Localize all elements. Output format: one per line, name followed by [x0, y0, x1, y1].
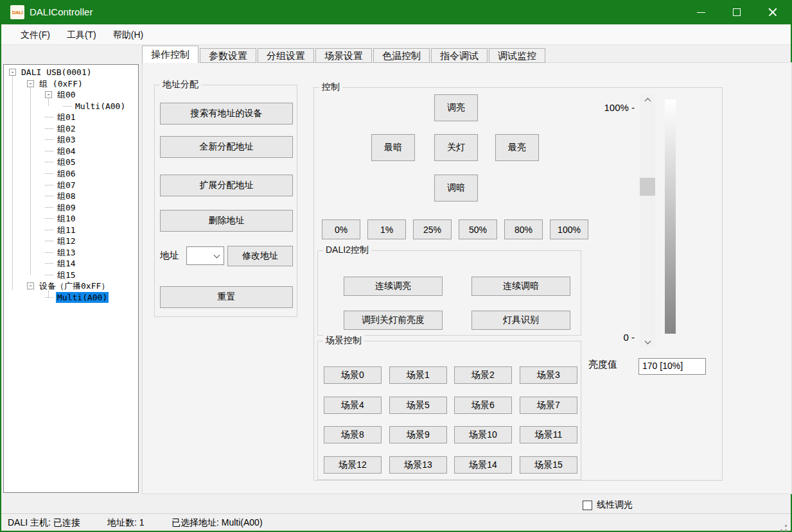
tree-item-group-14[interactable]: 组14 [4, 258, 138, 269]
menu-item-help[interactable]: 帮助(H) [105, 24, 151, 45]
minimize-button[interactable] [683, 0, 719, 24]
close-button[interactable] [755, 0, 791, 24]
scene-button-5[interactable]: 场景5 [389, 397, 447, 414]
scene-button-10[interactable]: 场景10 [454, 426, 512, 443]
tree-connector [63, 106, 71, 107]
scene-button-11[interactable]: 场景11 [520, 426, 577, 443]
delete-address-button[interactable]: 删除地址 [160, 210, 293, 232]
tree-item-group-02[interactable]: 组02 [4, 123, 138, 134]
lamp-off-button[interactable]: 关灯 [434, 134, 478, 161]
extend-assign-addresses-button[interactable]: 扩展分配地址 [160, 175, 293, 196]
tree-item-group-15[interactable]: 组15 [4, 270, 138, 280]
reset-button[interactable]: 重置 [160, 286, 293, 308]
max-brightness-button[interactable]: 最亮 [495, 134, 539, 161]
tree-item-label: 组05 [56, 157, 77, 167]
maximize-button[interactable] [719, 0, 755, 24]
tab-operation-control[interactable]: 操作控制 [142, 46, 198, 63]
scene-button-8[interactable]: 场景8 [324, 426, 382, 443]
linear-dimming-checkbox[interactable] [583, 501, 592, 510]
tab-page-operation-control: 地址分配 搜索有地址的设备 全新分配地址 扩展分配地址 删除地址 地址 修改地址… [142, 62, 792, 494]
tab-command-debug[interactable]: 指令调试 [431, 48, 488, 63]
tree-item-group-11[interactable]: 组11 [4, 225, 138, 236]
percent-button-80[interactable]: 80% [504, 219, 543, 239]
tree-item-group-12[interactable]: 组12 [4, 236, 138, 246]
tab-color-temp-control[interactable]: 色温控制 [373, 48, 430, 63]
scrollbar-thumb[interactable] [640, 178, 655, 196]
menu-item-tools[interactable]: 工具(T) [59, 24, 104, 45]
tree-item-group-06[interactable]: 组06 [4, 168, 138, 179]
collapse-expander-icon[interactable]: - [27, 282, 34, 289]
luminaire-identify-button[interactable]: 灯具识别 [471, 311, 570, 330]
scene-button-12[interactable]: 场景12 [324, 456, 382, 474]
control-group: 控制 调亮 最暗 关灯 最亮 调暗 0%1%25%50%80%100% DALI… [313, 87, 723, 481]
tab-debug-monitor[interactable]: 调试监控 [489, 48, 545, 63]
tree-connector [45, 230, 53, 230]
scene-button-13[interactable]: 场景13 [389, 456, 447, 474]
percent-button-50[interactable]: 50% [459, 219, 497, 239]
continuous-dim-down-button[interactable]: 连续调暗 [471, 277, 570, 296]
tree-item-label: 组00 [56, 89, 77, 100]
scene-button-9[interactable]: 场景9 [389, 426, 447, 443]
percent-button-1[interactable]: 1% [367, 219, 406, 239]
tree-item-label: 设备（广播0xFF） [38, 280, 110, 291]
address-combobox[interactable] [186, 246, 224, 265]
collapse-expander-icon[interactable]: - [27, 80, 34, 87]
scene-button-1[interactable]: 场景1 [389, 366, 447, 384]
modify-address-button[interactable]: 修改地址 [227, 246, 293, 266]
percent-button-0[interactable]: 0% [322, 219, 360, 239]
continuous-dim-up-button[interactable]: 连续调亮 [344, 277, 443, 296]
tree-item-group-09[interactable]: 组09 [4, 202, 138, 213]
app-window: DALI DALIController 文件(F)工具(T)帮助(H) -DAL… [0, 0, 792, 532]
tree-item-group-04[interactable]: 组04 [4, 146, 138, 157]
search-addressed-devices-button[interactable]: 搜索有地址的设备 [160, 103, 293, 124]
dim-down-button[interactable]: 调暗 [434, 175, 478, 202]
percent-button-100[interactable]: 100% [550, 219, 588, 239]
scene-button-0[interactable]: 场景0 [324, 366, 382, 384]
tree-item-group-08[interactable]: 组08 [4, 191, 138, 202]
scene-button-4[interactable]: 场景4 [324, 397, 382, 414]
tree-item-group-13[interactable]: 组13 [4, 247, 138, 258]
scene-button-15[interactable]: 场景15 [520, 456, 577, 474]
tab-parameter-settings[interactable]: 参数设置 [200, 48, 256, 63]
tree-item-group-0xff[interactable]: -组 (0xFF) [4, 78, 138, 89]
tree-item-group-05[interactable]: 组05 [4, 157, 138, 167]
assign-new-addresses-button[interactable]: 全新分配地址 [160, 136, 293, 158]
brightness-scrollbar[interactable] [640, 94, 655, 348]
scene-button-2[interactable]: 场景2 [454, 366, 512, 384]
tree-connector [45, 139, 53, 140]
scroll-down-button[interactable] [640, 336, 655, 348]
scene-button-7[interactable]: 场景7 [520, 397, 577, 414]
collapse-expander-icon[interactable]: - [45, 91, 52, 98]
tab-grouping-settings[interactable]: 分组设置 [258, 48, 314, 63]
brightness-value-field[interactable]: 170 [10%] [638, 358, 706, 375]
tree-item-dali-usb-0001[interactable]: -DALI USB(0001) [4, 67, 138, 78]
min-brightness-button[interactable]: 最暗 [371, 134, 415, 161]
tree-item-group-10[interactable]: 组10 [4, 213, 138, 224]
percent-button-25[interactable]: 25% [413, 219, 452, 239]
scene-button-14[interactable]: 场景14 [454, 456, 512, 474]
window-controls [683, 0, 791, 24]
tree-item-group-03[interactable]: 组03 [4, 134, 138, 145]
menu-item-file[interactable]: 文件(F) [13, 24, 58, 45]
dim-up-button[interactable]: 调亮 [434, 94, 478, 121]
tab-scene-settings[interactable]: 场景设置 [315, 48, 372, 63]
chevron-down-icon [644, 338, 651, 345]
tree-item-group-01[interactable]: 组01 [4, 112, 138, 123]
scene-button-6[interactable]: 场景6 [454, 397, 512, 414]
tree-item-device-broadcast-0xff[interactable]: -设备（广播0xFF） [4, 280, 138, 291]
tree-item-multi-a00-group00[interactable]: Multi(A00) [4, 101, 138, 112]
tree-item-group-00[interactable]: -组00 [4, 89, 138, 100]
tree-item-label: 组11 [56, 225, 77, 236]
scroll-up-button[interactable] [640, 94, 655, 106]
tree-item-group-07[interactable]: 组07 [4, 180, 138, 191]
tree-item-multi-a00-device[interactable]: Multi(A00) [4, 292, 138, 303]
scene-control-group-title: 场景控制 [323, 335, 364, 347]
tree-item-label: Multi(A00) [56, 292, 109, 303]
resize-grip-icon[interactable] [785, 525, 787, 527]
collapse-expander-icon[interactable]: - [9, 69, 16, 76]
goto-last-level-button[interactable]: 调到关灯前亮度 [344, 311, 443, 330]
address-assignment-group-title: 地址分配 [160, 79, 201, 90]
tree-item-label: 组06 [56, 168, 77, 179]
scene-button-3[interactable]: 场景3 [520, 366, 577, 384]
device-tree[interactable]: -DALI USB(0001)-组 (0xFF)-组00Multi(A00)组0… [3, 64, 139, 493]
